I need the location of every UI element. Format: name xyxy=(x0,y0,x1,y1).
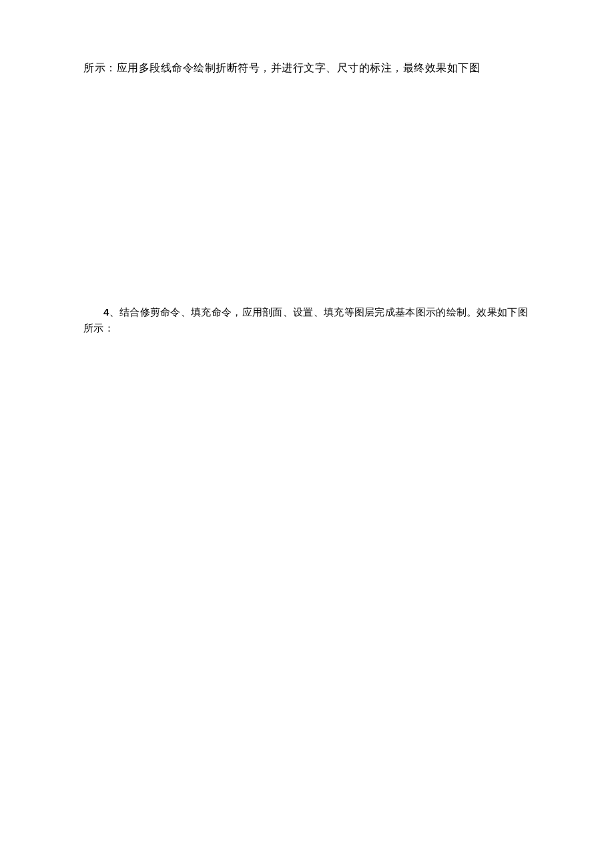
paragraph-step-4: 4、结合修剪命令、填充命令，应用剖面、设置、填充等图层完成基本图示的绘制。效果如… xyxy=(83,304,531,336)
figure-placeholder-1 xyxy=(83,76,531,304)
paragraph-text: 所示：应用多段线命令绘制折断符号，并进行文字、尺寸的标注，最终效果如下图 xyxy=(83,62,480,73)
step-number: 4 xyxy=(103,306,109,318)
paragraph-step-5: 所示：应用多段线命令绘制折断符号，并进行文字、尺寸的标注，最终效果如下图 xyxy=(83,60,531,76)
paragraph-text: 、结合修剪命令、填充命令，应用剖面、设置、填充等图层完成基本图示的绘制。效果如下… xyxy=(83,307,528,334)
